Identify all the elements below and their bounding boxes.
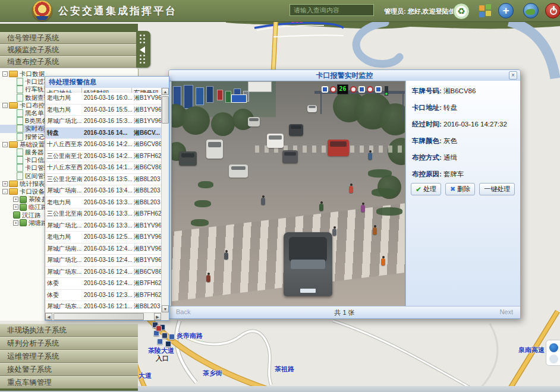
cell: 湘B1YV96 (132, 93, 161, 104)
detail-value: 通缉 (443, 154, 457, 161)
delete-button[interactable]: ✖删除 (445, 183, 475, 195)
search-input[interactable] (290, 4, 374, 16)
hedge (376, 207, 402, 216)
process-all-button[interactable]: 一键处理 (479, 183, 515, 195)
plus-icon[interactable]: + (498, 3, 514, 18)
tree-expander-icon[interactable]: - (2, 71, 8, 77)
cam-icon (13, 211, 20, 219)
cell: 湘B1YV96 (132, 220, 161, 232)
button-label: 一键处理 (484, 185, 510, 194)
horizontal-scroll-thumb[interactable] (54, 313, 144, 320)
tree-expander-icon[interactable]: + (13, 204, 18, 210)
table-row[interactable]: 犀城广场北...2016-03-16 12:4...湘B1YV96 (45, 255, 161, 267)
globe-icon[interactable] (523, 3, 539, 18)
table-row[interactable]: 三公里北至南2016-03-16 13:5...湘B8L203 (45, 174, 161, 186)
detail-label: 卡口地址: (412, 104, 442, 111)
map-device-marker[interactable] (169, 334, 175, 340)
process-button[interactable]: ✔处理 (411, 183, 441, 195)
table-row[interactable]: 犀城广场东...2016-03-16 12:4...湘B6CV86 (45, 267, 161, 279)
table-row[interactable]: 三公里南至北2016-03-16 14:2...湘B7FH62 (45, 151, 161, 163)
map-device-marker[interactable] (157, 339, 163, 344)
shop-sign (225, 91, 231, 103)
table-row[interactable]: 犀城广场东...2016-03-16 12:1...湘B8L203 (45, 301, 161, 312)
sidebar-item-0[interactable]: 信号管理子系统 (0, 32, 138, 44)
table-row[interactable]: 犀城广场北...2016-03-16 13:3...湘B1YV96 (45, 220, 161, 232)
cell: 湘B1YV96 (132, 105, 161, 116)
scroll-right-button[interactable]: ▶ (154, 313, 161, 320)
table-row[interactable]: 犀城广场南...2016-03-16 12:4...湘B1YV96 (45, 244, 161, 255)
table-row[interactable]: 三公里北至南2016-03-16 13:3...湘B7FH62 (45, 208, 161, 220)
tree-expander-icon[interactable]: - (2, 142, 8, 147)
scroll-left-button[interactable]: ◀ (45, 313, 52, 320)
cell: 老电力局 (45, 197, 82, 208)
table-row[interactable]: 转盘2016-03-16 14...湘B6CV... (45, 128, 161, 140)
map-device-marker[interactable] (162, 333, 168, 339)
map-device-marker[interactable] (165, 341, 171, 347)
drag-dots-icon (140, 55, 146, 64)
remote-tool-icon[interactable] (546, 340, 560, 366)
cell: 2016-03-16 12:3... (82, 290, 132, 301)
cell: 2016-03-16 12:4... (82, 267, 132, 278)
power-icon[interactable] (545, 3, 560, 18)
table-row[interactable]: 十八丘东至西2016-03-16 14:1...湘B6CV86 (45, 162, 161, 174)
modal-title: 卡口报警实时监控 (169, 70, 520, 81)
table-row[interactable]: 体委2016-03-16 12:4...湘B7FH62 (45, 278, 161, 290)
grid-tiles-icon[interactable] (479, 4, 492, 17)
map-device-marker[interactable] (156, 325, 162, 331)
cell: 老电力局 (45, 232, 82, 243)
sidebar-item-2[interactable]: 缉查布控子系统 (0, 56, 138, 68)
sidebar-item-bottom-3[interactable]: 接处警子系统 (0, 363, 138, 376)
vertical-scroll-thumb[interactable] (162, 96, 169, 124)
cell: 2016-03-16 14... (82, 128, 132, 139)
vertical-scrollbar[interactable]: ▲ ▼ (161, 88, 169, 312)
map-label: 泉南高速 (518, 346, 545, 355)
hedge (372, 188, 395, 197)
table-row[interactable]: 老电力局2016-03-16 16:0...湘B1YV96 (45, 93, 161, 105)
table-row[interactable]: 体委2016-03-16 12:3...湘B7FH62 (45, 290, 161, 302)
sidebar-item-bottom-2[interactable]: 运维管理子系统 (0, 350, 138, 363)
doc-icon (17, 78, 23, 86)
cell: 2016-03-16 14:1... (82, 162, 132, 173)
close-icon[interactable]: × (509, 71, 517, 80)
rider (368, 153, 372, 160)
tree-expander-icon[interactable]: - (2, 189, 8, 194)
tree (211, 112, 235, 136)
folder-icon (9, 102, 18, 109)
vehicle (206, 140, 223, 159)
recycle-icon[interactable]: ♻ (453, 3, 470, 20)
table-row[interactable]: 老电力局2016-03-16 13:3...湘B8L203 (45, 197, 161, 209)
detail-value: 2016-03-16 14:27:32 (443, 121, 507, 128)
vehicle (307, 105, 317, 112)
table-row[interactable]: 老电力局2016-03-16 12:5...湘B1YV96 (45, 232, 161, 244)
sidebar-collapse-handle[interactable] (136, 31, 150, 68)
detail-row: 车牌颜色: 灰色 (412, 137, 520, 146)
map-label: 炎帝南路 (177, 331, 203, 340)
table-row[interactable]: 犀城广场北...2016-03-16 15:3...湘B1YV96 (45, 116, 161, 128)
detail-value: 灰色 (443, 137, 457, 144)
sidebar-item-bottom-0[interactable]: 非现场执法子系统 (0, 324, 138, 337)
table-row[interactable]: 老电力局2016-03-16 15:5...湘B1YV96 (45, 105, 161, 116)
sidebar-item-bottom-1[interactable]: 研判分析子系统 (0, 337, 138, 350)
tree-expander-icon[interactable]: + (2, 181, 8, 186)
scroll-down-button[interactable]: ▼ (162, 305, 169, 312)
scrollbar-corner (161, 312, 169, 320)
vehicle (289, 124, 303, 136)
table-row[interactable]: 犀城广场南...2016-03-16 13:4...湘B8L203 (45, 185, 161, 197)
doc-icon (17, 86, 23, 93)
tree-expander-icon[interactable]: + (13, 197, 18, 202)
sidebar-item-bottom-4[interactable]: 重点车辆管理 (0, 376, 138, 389)
doc-icon (17, 125, 23, 132)
detail-label: 经过时间: (412, 121, 442, 128)
traffic-sign (350, 86, 357, 93)
scroll-up-button[interactable]: ▲ (162, 88, 169, 95)
tree-node-label: 汉江路 (22, 211, 41, 219)
tree-expander-icon[interactable]: + (13, 220, 18, 226)
tree-expander-icon[interactable]: - (2, 103, 8, 108)
horizontal-scrollbar[interactable]: ◀ ▶ (45, 312, 161, 320)
table-row[interactable]: 十八丘西至东2016-03-16 14:2...湘B6CV86 (45, 139, 161, 151)
cell: 体委 (45, 278, 82, 289)
tree-node-label: 基础设置 (20, 141, 45, 148)
next-button[interactable]: Next (499, 308, 513, 315)
sidebar-item-1[interactable]: 视频监控子系统 (0, 44, 138, 56)
tree-node-label: 统计报表 (20, 180, 45, 188)
